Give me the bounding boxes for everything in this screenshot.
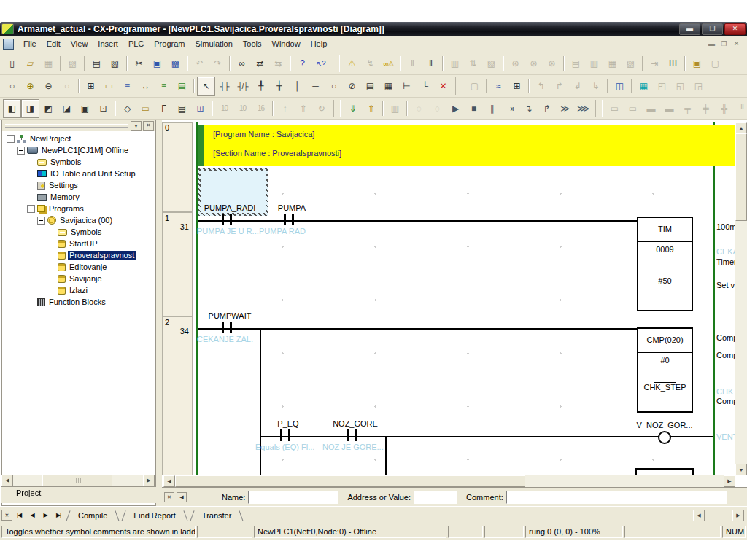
last-tab-button[interactable]: ▶| bbox=[52, 510, 65, 521]
edit-bar-close-button[interactable]: ✕ bbox=[164, 492, 174, 502]
tree-item-newproject[interactable]: NewProject bbox=[7, 133, 72, 144]
continuous-step-button[interactable]: ≫ bbox=[556, 99, 574, 118]
expand-collapse-box[interactable] bbox=[37, 217, 45, 225]
tree-item-savijacica-00[interactable]: Savijacica (00) bbox=[37, 214, 114, 226]
tree-item-symbols[interactable]: Symbols bbox=[47, 226, 103, 238]
zoom-fit-button[interactable]: ○ bbox=[3, 77, 21, 96]
paste-button[interactable]: ▩ bbox=[166, 54, 185, 73]
contact-or-nc-button[interactable]: ╁ bbox=[270, 77, 288, 96]
tree-item-function-blocks[interactable]: Function Blocks bbox=[27, 296, 107, 308]
close-button[interactable]: ✕ bbox=[724, 23, 746, 35]
mdi-child-icon[interactable] bbox=[3, 39, 14, 50]
context-help-button[interactable]: ↖? bbox=[311, 54, 330, 73]
contact-no-button[interactable]: ┤├ bbox=[215, 77, 233, 96]
tree-item-symbols[interactable]: Symbols bbox=[27, 156, 82, 168]
next-tab-button[interactable]: ▶ bbox=[39, 510, 52, 521]
new-button[interactable]: ▯ bbox=[3, 54, 21, 73]
zoom-in-button[interactable]: ⊕ bbox=[21, 77, 39, 96]
mnemonic-view-button[interactable]: ▤ bbox=[173, 77, 191, 96]
edit-bar-collapse-button[interactable]: ◀ bbox=[177, 492, 187, 502]
grid-button[interactable]: ⊞ bbox=[82, 77, 100, 96]
output-scroll-left-button[interactable]: ◀ bbox=[693, 510, 705, 521]
menu-edit[interactable]: Edit bbox=[42, 37, 66, 50]
symbol-table-button[interactable]: ≈ bbox=[489, 77, 508, 96]
scroll-left-button[interactable]: ◀ bbox=[163, 475, 175, 487]
vertical-line-button[interactable]: │ bbox=[288, 77, 306, 96]
select-tool-button[interactable]: ↖ bbox=[197, 77, 215, 96]
restore-button[interactable]: ❐ bbox=[702, 23, 723, 35]
instruction-box-button[interactable]: ▤ bbox=[361, 77, 379, 96]
panel-dropdown-button[interactable]: ▼ bbox=[131, 121, 142, 131]
contact-noz-gore[interactable]: NOZ_GORE NOZ JE GORE... bbox=[315, 419, 395, 451]
ladder-view-button[interactable]: ≡ bbox=[155, 77, 173, 96]
output-scroll-right-button[interactable]: ▶ bbox=[732, 510, 744, 521]
rung-margin-1[interactable]: 1 31 bbox=[162, 212, 193, 316]
toggle-cross-ref-button[interactable]: ◪ bbox=[58, 99, 76, 118]
step-in-button[interactable]: ↴ bbox=[519, 99, 538, 118]
ladder-vscroll-thumb[interactable] bbox=[735, 133, 747, 221]
menu-help[interactable]: Help bbox=[306, 37, 333, 50]
pause-sim-button[interactable]: ∥ bbox=[483, 99, 501, 118]
output-tab-transfer[interactable]: Transfer bbox=[190, 510, 244, 521]
scroll-right-button[interactable]: ▶ bbox=[724, 475, 735, 487]
replace-button[interactable]: ⇄ bbox=[251, 54, 269, 73]
step-out-button[interactable]: ↱ bbox=[538, 99, 556, 118]
expand-collapse-box[interactable] bbox=[17, 147, 25, 155]
help-button[interactable]: ? bbox=[293, 54, 311, 73]
panel-splitter[interactable] bbox=[156, 120, 162, 506]
contact-or-no-button[interactable]: ╀ bbox=[252, 77, 270, 96]
line-delete-button[interactable]: ✕ bbox=[434, 77, 452, 96]
expand-collapse-box[interactable] bbox=[27, 205, 35, 213]
mdi-minimize-button[interactable]: ▬ bbox=[705, 39, 718, 49]
toggle-output-button[interactable]: ◨ bbox=[21, 99, 39, 118]
compile-button[interactable]: ⚠ bbox=[343, 54, 361, 73]
rung-annotation-button[interactable]: ≡ bbox=[118, 77, 136, 96]
output-tab-find-report[interactable]: Find Report bbox=[122, 510, 187, 521]
contact-pumpwait[interactable]: PUMPWAIT CEKANJE ZAL. bbox=[193, 311, 270, 343]
tree-item-proveraispravnost[interactable]: ProveraIspravnost bbox=[47, 249, 136, 261]
print-preview-button[interactable]: ▧ bbox=[106, 54, 124, 73]
transfer-from-plc-button[interactable]: ⇑ bbox=[362, 99, 380, 118]
rung-margin-0[interactable]: 0 bbox=[162, 122, 193, 212]
scroll-up-button[interactable]: ▲ bbox=[735, 122, 747, 133]
panel-close-button[interactable]: ✕ bbox=[143, 121, 154, 131]
contact-nc-button[interactable]: ┤/├ bbox=[233, 77, 252, 96]
run-button[interactable]: ▶ bbox=[446, 99, 465, 118]
invoke-fb-button[interactable]: ⊢ bbox=[398, 77, 416, 96]
ladder-canvas[interactable]: [Program Name : Savijacica] [Section Nam… bbox=[193, 122, 735, 475]
toggle-project-tree-button[interactable]: ◧ bbox=[3, 99, 21, 118]
menu-file[interactable]: File bbox=[18, 37, 42, 50]
tree-item-izlazi[interactable]: Izlazi bbox=[47, 284, 89, 296]
scan-run-button[interactable]: ⋙ bbox=[574, 99, 592, 118]
contact-pumpa[interactable]: PUMPA PUMPA RAD bbox=[252, 203, 332, 236]
mdi-close-button[interactable]: ✕ bbox=[730, 39, 743, 49]
menu-view[interactable]: View bbox=[66, 37, 93, 50]
stop-button[interactable]: ■ bbox=[465, 99, 483, 118]
zoom-out-button[interactable]: ⊖ bbox=[39, 77, 58, 96]
panel-grip[interactable] bbox=[5, 124, 128, 128]
first-tab-button[interactable]: |◀ bbox=[12, 510, 26, 521]
tree-hscrollbar[interactable]: ◀ ▶ bbox=[1, 475, 155, 486]
coil-closed-button[interactable]: ⊘ bbox=[343, 77, 361, 96]
monitor-io-button[interactable]: ↔ bbox=[136, 77, 155, 96]
tree-item-programs[interactable]: Programs bbox=[27, 203, 85, 214]
scroll-right-button[interactable]: ▶ bbox=[143, 475, 155, 486]
tree-item-editovanje[interactable]: Editovanje bbox=[47, 261, 108, 273]
browse-fb-button[interactable]: ◫ bbox=[611, 77, 629, 96]
scroll-left-button[interactable]: ◀ bbox=[1, 475, 13, 486]
menu-window[interactable]: Window bbox=[267, 37, 306, 50]
rung-margin-2[interactable]: 2 34 bbox=[162, 316, 193, 475]
watch-monitor-button[interactable]: ▦ bbox=[635, 77, 653, 96]
find-warning-button[interactable]: ∞⚠ bbox=[379, 54, 398, 73]
transfer-to-plc-button[interactable]: ⇓ bbox=[344, 99, 362, 118]
cross-reference-button[interactable]: ◇ bbox=[118, 99, 136, 118]
output-tab-compile[interactable]: Compile bbox=[66, 510, 119, 521]
tree-item-io-table-and-unit-setup[interactable]: IO Table and Unit Setup bbox=[27, 168, 137, 179]
next-instruction-block-partial[interactable] bbox=[635, 468, 694, 475]
tree-item-startup[interactable]: StartUP bbox=[47, 238, 99, 249]
menu-simulation[interactable]: Simulation bbox=[190, 37, 237, 50]
expand-collapse-box[interactable] bbox=[7, 135, 15, 143]
scroll-down-button[interactable]: ▼ bbox=[735, 464, 747, 475]
tree-item-memory[interactable]: Memory bbox=[27, 191, 81, 203]
menu-insert[interactable]: Insert bbox=[93, 37, 123, 50]
